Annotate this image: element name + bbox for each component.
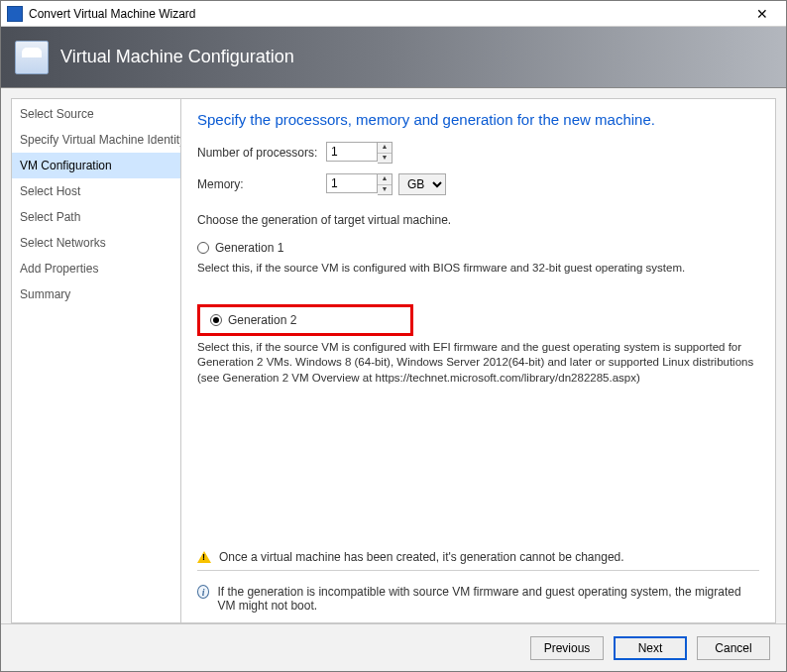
info-text: If the generation is incompatible with s…: [217, 585, 759, 613]
window-title: Convert Virtual Machine Wizard: [29, 7, 744, 21]
step-add-properties[interactable]: Add Properties: [12, 256, 180, 281]
close-icon[interactable]: ✕: [744, 6, 780, 22]
processors-spinner[interactable]: ▲ ▼: [378, 142, 393, 164]
generation2-label: Generation 2: [228, 313, 296, 327]
wizard-body: Select Source Specify Virtual Machine Id…: [1, 88, 786, 623]
processors-row: Number of processors: ▲ ▼: [197, 142, 759, 164]
next-button[interactable]: Next: [614, 636, 687, 660]
vm-icon: [15, 41, 49, 74]
wizard-steps: Select Source Specify Virtual Machine Id…: [11, 98, 181, 623]
warning-row: Once a virtual machine has been created,…: [197, 544, 759, 564]
step-vm-configuration[interactable]: VM Configuration: [12, 153, 180, 178]
titlebar: Convert Virtual Machine Wizard ✕: [1, 1, 786, 27]
previous-button[interactable]: Previous: [530, 636, 604, 660]
generation1-description: Select this, if the source VM is configu…: [197, 261, 759, 277]
content-heading: Specify the processors, memory and gener…: [197, 111, 759, 128]
generation2-description: Select this, if the source VM is configu…: [197, 340, 759, 387]
chevron-up-icon[interactable]: ▲: [378, 143, 392, 153]
chevron-down-icon[interactable]: ▼: [378, 153, 392, 163]
page-title: Virtual Machine Configuration: [60, 47, 294, 67]
processors-label: Number of processors:: [197, 146, 326, 160]
info-icon: i: [197, 585, 209, 599]
wizard-window: Convert Virtual Machine Wizard ✕ Virtual…: [0, 0, 787, 672]
warning-text: Once a virtual machine has been created,…: [219, 550, 624, 564]
step-select-host[interactable]: Select Host: [12, 178, 180, 204]
chevron-up-icon[interactable]: ▲: [378, 174, 392, 184]
step-select-source[interactable]: Select Source: [12, 101, 180, 127]
memory-row: Memory: ▲ ▼ GB: [197, 173, 759, 195]
generation-instruction: Choose the generation of target virtual …: [197, 213, 759, 227]
chevron-down-icon[interactable]: ▼: [378, 184, 392, 194]
generation1-radio[interactable]: [197, 242, 209, 254]
divider: [197, 570, 759, 571]
memory-label: Memory:: [197, 177, 326, 191]
wizard-footer: Previous Next Cancel: [1, 623, 786, 671]
generation1-radio-row[interactable]: Generation 1: [197, 241, 759, 255]
wizard-content: Specify the processors, memory and gener…: [181, 98, 776, 623]
generation1-label: Generation 1: [215, 241, 283, 255]
app-icon: [7, 6, 23, 22]
memory-unit-select[interactable]: GB: [398, 173, 446, 195]
memory-input[interactable]: [326, 173, 378, 193]
step-select-networks[interactable]: Select Networks: [12, 230, 180, 256]
step-select-path[interactable]: Select Path: [12, 204, 180, 230]
step-specify-identity[interactable]: Specify Virtual Machine Identity: [12, 127, 180, 153]
warning-icon: [197, 551, 211, 563]
processors-input[interactable]: [326, 142, 378, 162]
header-banner: Virtual Machine Configuration: [1, 27, 786, 88]
generation2-radio-row[interactable]: Generation 2: [210, 313, 296, 327]
generation2-radio[interactable]: [210, 314, 222, 326]
step-summary[interactable]: Summary: [12, 281, 180, 307]
generation2-highlight: Generation 2: [197, 304, 413, 336]
memory-spinner[interactable]: ▲ ▼: [378, 173, 393, 195]
info-row: i If the generation is incompatible with…: [197, 579, 759, 613]
cancel-button[interactable]: Cancel: [697, 636, 770, 660]
